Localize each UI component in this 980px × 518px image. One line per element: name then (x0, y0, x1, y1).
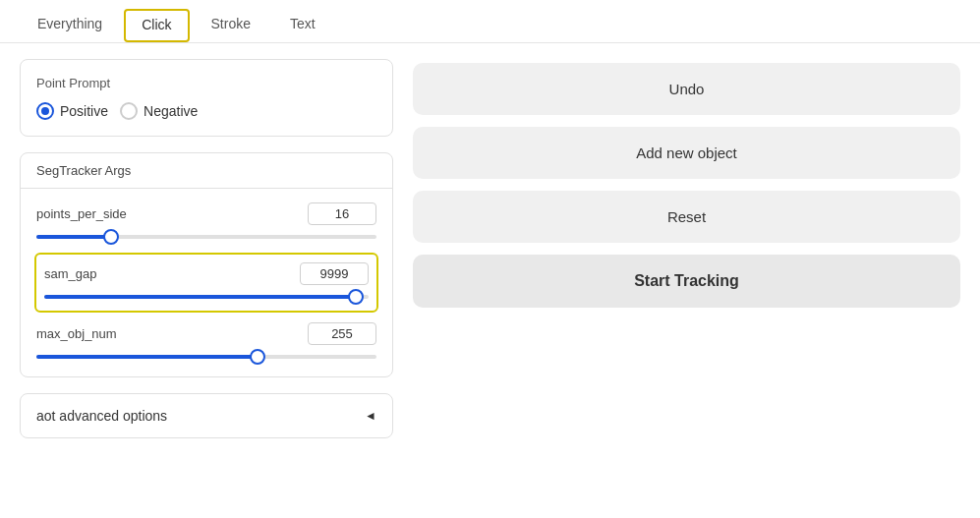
start-tracking-button[interactable]: Start Tracking (413, 255, 960, 308)
arg-row-points-per-side: points_per_side (36, 202, 376, 243)
radio-negative-label: Negative (144, 103, 198, 119)
slider-thumb-points[interactable] (103, 229, 119, 245)
right-panel: Undo Add new object Reset Start Tracking (413, 59, 960, 438)
left-panel: Point Prompt Positive Negative SegTracke… (20, 59, 393, 438)
aot-advanced-options[interactable]: aot advanced options ◄ (20, 393, 393, 438)
radio-positive[interactable]: Positive (36, 102, 108, 120)
main-content: Point Prompt Positive Negative SegTracke… (0, 43, 980, 454)
segtracker-args-title: SegTracker Args (21, 153, 392, 189)
undo-button[interactable]: Undo (413, 63, 960, 115)
slider-fill-points (36, 235, 111, 239)
arg-input-points-per-side[interactable] (308, 202, 376, 225)
arg-label-row-max-obj: max_obj_num (36, 322, 376, 345)
radio-negative-circle (120, 102, 138, 120)
slider-track-max-obj (36, 355, 376, 359)
radio-positive-label: Positive (60, 103, 108, 119)
tab-click[interactable]: Click (124, 9, 189, 42)
radio-positive-circle (36, 102, 54, 120)
segtracker-args-card: SegTracker Args points_per_side (20, 152, 393, 377)
arg-input-max-obj-num[interactable] (308, 322, 376, 345)
add-new-object-button[interactable]: Add new object (413, 127, 960, 179)
arg-label-max-obj-num: max_obj_num (36, 326, 117, 341)
tab-stroke[interactable]: Stroke (194, 8, 268, 43)
arg-input-sam-gap[interactable] (300, 262, 369, 285)
radio-negative[interactable]: Negative (120, 102, 198, 120)
radio-group: Positive Negative (36, 102, 376, 120)
arg-label-sam-gap: sam_gap (44, 266, 96, 281)
point-prompt-title: Point Prompt (36, 76, 376, 90)
tab-everything[interactable]: Everything (20, 8, 120, 43)
arg-label-row-sam-gap: sam_gap (44, 262, 369, 285)
point-prompt-card: Point Prompt Positive Negative (20, 59, 393, 137)
reset-button[interactable]: Reset (413, 191, 960, 243)
arg-label-row-points: points_per_side (36, 202, 376, 225)
segtracker-args-body: points_per_side sam_gap (21, 189, 392, 376)
slider-thumb-sam-gap[interactable] (348, 289, 364, 305)
aot-arrow-icon: ◄ (365, 409, 376, 423)
aot-label: aot advanced options (36, 408, 167, 424)
slider-track-sam-gap (44, 295, 369, 299)
top-tabs: Everything Click Stroke Text (0, 0, 980, 43)
arg-label-points-per-side: points_per_side (36, 206, 127, 221)
slider-thumb-max-obj[interactable] (250, 349, 265, 365)
slider-fill-max-obj (36, 355, 258, 359)
slider-track-points (36, 235, 376, 239)
arg-row-sam-gap: sam_gap (34, 253, 378, 313)
arg-row-max-obj-num: max_obj_num (36, 322, 376, 363)
slider-fill-sam-gap (44, 295, 356, 299)
tab-text[interactable]: Text (272, 8, 333, 43)
